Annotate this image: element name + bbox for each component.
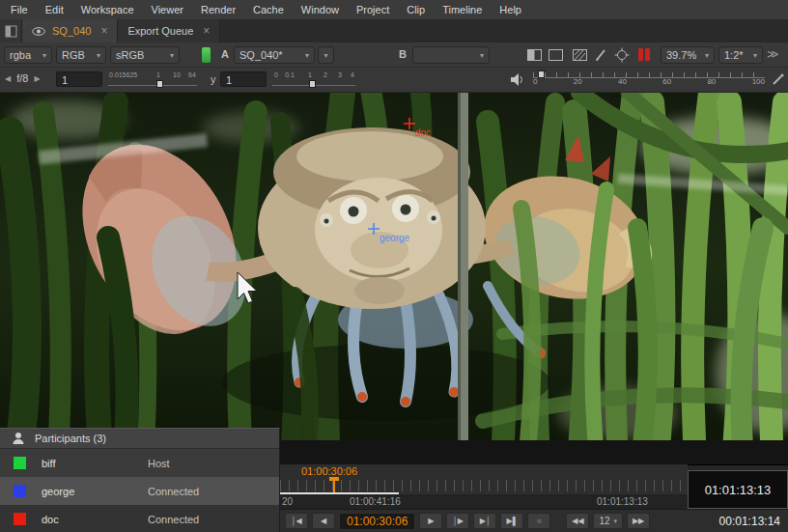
wipe-mode-button[interactable]: [526, 47, 542, 63]
close-icon[interactable]: ×: [100, 24, 107, 38]
tab-sq040[interactable]: SQ_040 ×: [22, 19, 118, 42]
prev-edit-button[interactable]: │◀: [285, 513, 308, 529]
tick-label: 4: [351, 71, 354, 78]
person-icon: [12, 432, 25, 445]
menu-file[interactable]: File: [2, 2, 37, 17]
toolbar-overflow-button[interactable]: ≫: [767, 47, 779, 61]
participant-row[interactable]: george Connected: [0, 477, 279, 505]
timeline-ruler[interactable]: 01:00:30:06: [280, 464, 688, 494]
step-back-button[interactable]: ◀: [312, 513, 335, 529]
participant-name: biff: [42, 458, 148, 469]
channels-dropdown[interactable]: rgba ▾: [4, 46, 52, 64]
gain-slider[interactable]: 0.015625 1 10 64: [108, 70, 197, 90]
input-a-dropdown[interactable]: SQ_040* ▾: [234, 46, 315, 64]
roi-target-button[interactable]: [614, 47, 630, 63]
wipe-icon: [527, 49, 542, 61]
exposure-toolbar: ◀ f/8 ▶ 1 0.015625 1 10 64 y 1 0 0.1 1 2…: [0, 68, 788, 93]
close-icon[interactable]: ×: [203, 24, 210, 38]
slider-track: [108, 85, 197, 86]
ruler-ticks: [280, 480, 688, 491]
menu-edit[interactable]: Edit: [37, 2, 72, 17]
tick-label: 3: [338, 71, 342, 78]
rewind-button[interactable]: ◀◀: [566, 513, 589, 529]
mute-button[interactable]: [510, 72, 524, 89]
frame-icon: [549, 49, 563, 61]
mask-overlay-button[interactable]: [572, 47, 587, 63]
menu-project[interactable]: Project: [348, 2, 398, 17]
fstop-value: f/8: [16, 72, 28, 84]
gamma-slider-handle[interactable]: [309, 80, 316, 88]
render-status-indicator[interactable]: [638, 48, 650, 61]
menu-render[interactable]: Render: [192, 2, 244, 17]
input-b-label: B: [399, 48, 407, 60]
tick-label: 60: [662, 77, 671, 86]
volume-slider[interactable]: 0 20 40 60 80 100: [533, 70, 765, 91]
viewer-toolbar: rgba ▾ RGB ▾ sRGB ▾ A SQ_040* ▾ ▾ B ▾: [0, 42, 788, 68]
tab-export-queue[interactable]: Export Queue ×: [118, 19, 220, 42]
menu-workspace[interactable]: Workspace: [72, 2, 143, 17]
chevron-down-icon: ▾: [305, 51, 309, 60]
gamma-label: y: [211, 73, 216, 85]
menu-timeline[interactable]: Timeline: [434, 2, 491, 17]
zoom-dropdown[interactable]: 39.7% ▾: [661, 46, 715, 64]
fstop-increase-button[interactable]: ▶: [34, 74, 40, 83]
colorspace-dropdown[interactable]: sRGB ▾: [110, 46, 180, 64]
out-timecode-display: 01:01:13:13: [688, 470, 788, 509]
pane-menu-button[interactable]: [0, 19, 22, 42]
volume-slider-handle[interactable]: [538, 70, 545, 78]
display-channel-dropdown[interactable]: RGB ▾: [56, 46, 106, 64]
fps-dropdown[interactable]: 12 ▾: [593, 513, 623, 529]
gamma-input[interactable]: 1: [220, 71, 267, 87]
participant-color: [14, 485, 26, 497]
tick-label: 40: [618, 77, 627, 86]
input-a-value: SQ_040*: [239, 49, 283, 61]
timeline-track[interactable]: [280, 440, 788, 465]
participants-header: Participants (3): [0, 429, 279, 449]
viewer-canvas[interactable]: doc george: [0, 93, 788, 440]
play-button[interactable]: ▶: [419, 513, 442, 529]
tick-label: 10: [173, 71, 181, 78]
menu-cache[interactable]: Cache: [244, 2, 293, 17]
participant-row[interactable]: biff Host: [0, 449, 279, 477]
gain-slider-handle[interactable]: [156, 80, 163, 88]
target-icon: [614, 47, 630, 63]
participant-row[interactable]: doc Connected: [0, 505, 279, 532]
loop-button[interactable]: ○: [527, 513, 550, 529]
participant-status: Connected: [148, 486, 199, 497]
goto-end-button[interactable]: ▶▌: [500, 513, 523, 529]
frame-mode-button[interactable]: [548, 47, 563, 63]
proxy-dropdown[interactable]: 1:2* ▾: [718, 46, 763, 64]
fast-forward-button[interactable]: ▶▶: [627, 513, 650, 529]
tick-label: 1: [308, 71, 312, 78]
menu-window[interactable]: Window: [293, 2, 348, 17]
display-channel-value: RGB: [62, 49, 85, 61]
volume-ruler: [533, 72, 765, 78]
input-b-dropdown[interactable]: ▾: [412, 46, 490, 64]
annotation-pen-button[interactable]: [593, 47, 608, 63]
zoom-value: 39.7%: [666, 49, 696, 61]
tick-label: 0: [533, 77, 537, 86]
speaker-icon: [510, 72, 524, 87]
tick-label: 2: [324, 71, 327, 78]
tick-label: 100: [752, 77, 765, 86]
transport-controls: │◀ ◀ 01:00:30:06 ▶ │▶ ▶│ ▶▌ ○ ◀◀ 12 ▾ ▶▶…: [280, 509, 788, 532]
tab-label: Export Queue: [127, 25, 193, 37]
menu-clip[interactable]: Clip: [398, 2, 434, 17]
fstop-decrease-button[interactable]: ◀: [5, 74, 11, 83]
chevron-down-icon: ▾: [324, 51, 327, 60]
menu-viewer[interactable]: Viewer: [143, 2, 192, 17]
input-a-options-dropdown[interactable]: ▾: [318, 46, 334, 64]
step-forward-button[interactable]: │▶: [446, 513, 469, 529]
red-bar-icon: [645, 48, 650, 61]
playhead-timecode: 01:00:30:06: [301, 465, 357, 477]
gain-input[interactable]: 1: [56, 71, 102, 87]
gain-wand-button[interactable]: [772, 73, 784, 88]
current-timecode[interactable]: 01:00:30:06: [339, 513, 415, 530]
ruler-start-label: 20: [282, 496, 293, 507]
pen-icon: [594, 48, 607, 62]
connection-status-indicator: [202, 47, 211, 63]
chevron-down-icon: ▾: [97, 51, 100, 60]
next-edit-button[interactable]: ▶│: [473, 513, 496, 529]
gamma-slider[interactable]: 0 0.1 1 2 3 4: [272, 70, 355, 90]
menu-help[interactable]: Help: [491, 2, 530, 17]
